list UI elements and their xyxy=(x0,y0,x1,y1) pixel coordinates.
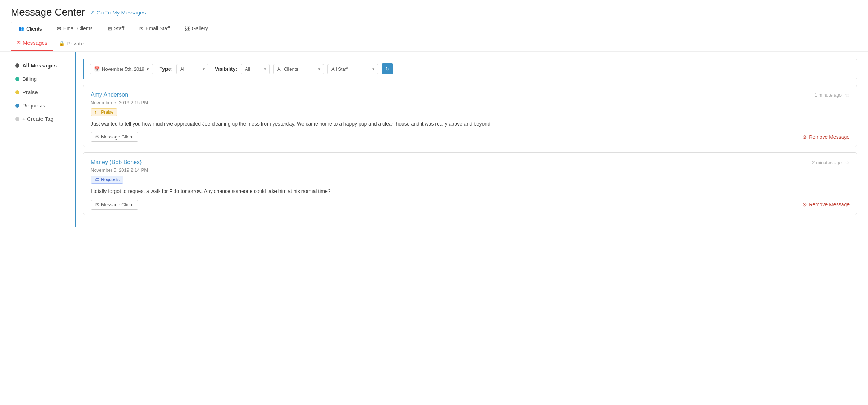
email-staff-icon: ✉ xyxy=(139,26,143,31)
message-card: Amy Anderson 1 minute ago ☆ November 5, … xyxy=(83,85,857,147)
clients-select-wrapper: All Clients xyxy=(273,64,324,74)
subtab-messages[interactable]: ✉ Messages xyxy=(11,35,53,51)
sidebar-item-billing[interactable]: Billing xyxy=(11,72,75,85)
message-card-header: Marley (Bob Bones) 2 minutes ago ☆ xyxy=(91,159,850,166)
message-card-header: Amy Anderson 1 minute ago ☆ xyxy=(91,92,850,98)
date-picker[interactable]: 📅 November 5th, 2019 ▾ xyxy=(90,64,153,74)
gallery-icon: 🖼 xyxy=(185,26,190,31)
message-body: Just wanted to tell you how much we appr… xyxy=(91,120,850,128)
tag-icon: 🏷 xyxy=(95,110,99,115)
main-layout: All Messages Billing Praise Requests + C… xyxy=(0,52,868,227)
tab-clients[interactable]: 👥 Clients xyxy=(11,22,49,35)
page-header: Message Center ↗ Go To My Messages xyxy=(0,0,868,22)
dot-praise xyxy=(15,90,19,94)
envelope-icon: ✉ xyxy=(95,202,99,207)
message-footer: ✉ Message Client ⊗ Remove Message xyxy=(91,132,850,142)
message-card: Marley (Bob Bones) 2 minutes ago ☆ Novem… xyxy=(83,152,857,215)
message-client-button[interactable]: ✉ Message Client xyxy=(91,132,138,142)
email-clients-icon: ✉ xyxy=(57,26,61,31)
remove-message-button[interactable]: ⊗ Remove Message xyxy=(802,201,850,208)
page-title: Message Center xyxy=(11,6,85,18)
message-tag[interactable]: 🏷 Requests xyxy=(91,176,123,184)
filter-bar: 📅 November 5th, 2019 ▾ Type: All Message… xyxy=(83,59,857,79)
tab-staff[interactable]: ⊞ Staff xyxy=(100,22,132,35)
staff-icon: ⊞ xyxy=(108,26,112,31)
goto-my-messages-link[interactable]: ↗ Go To My Messages xyxy=(91,9,146,16)
time-ago: 1 minute ago xyxy=(815,92,842,98)
sub-tabs: ✉ Messages 🔒 Private xyxy=(0,35,868,52)
visibility-select[interactable]: All Public Private xyxy=(241,64,270,74)
remove-message-button[interactable]: ⊗ Remove Message xyxy=(802,134,850,140)
message-time-star: 1 minute ago ☆ xyxy=(815,92,850,98)
sidebar-item-requests[interactable]: Requests xyxy=(11,99,75,112)
sidebar-item-praise[interactable]: Praise xyxy=(11,85,75,99)
clients-select[interactable]: All Clients xyxy=(273,64,324,74)
clients-icon: 👥 xyxy=(18,26,24,31)
tab-email-staff[interactable]: ✉ Email Staff xyxy=(132,22,177,35)
message-body: I totally forgot to request a walk for F… xyxy=(91,187,850,195)
dot-requests xyxy=(15,104,19,108)
sidebar-item-create-tag[interactable]: + Create Tag xyxy=(11,112,75,126)
refresh-icon: ↻ xyxy=(385,66,390,72)
message-tag[interactable]: 🏷 Praise xyxy=(91,108,117,116)
message-author[interactable]: Marley (Bob Bones) xyxy=(91,159,142,166)
tab-email-clients[interactable]: ✉ Email Clients xyxy=(49,22,100,35)
visibility-select-wrapper: All Public Private xyxy=(241,64,270,74)
envelope-icon: ✉ xyxy=(95,134,99,140)
remove-icon: ⊗ xyxy=(802,134,807,140)
sidebar-item-all-messages[interactable]: All Messages xyxy=(11,59,75,72)
message-time-star: 2 minutes ago ☆ xyxy=(812,159,850,166)
dot-billing xyxy=(15,77,19,81)
type-label: Type: xyxy=(160,66,173,72)
star-button[interactable]: ☆ xyxy=(845,159,850,166)
tag-icon: 🏷 xyxy=(95,177,99,182)
calendar-icon: 📅 xyxy=(94,66,100,72)
message-date: November 5, 2019 2:14 PM xyxy=(91,167,850,173)
type-select[interactable]: All Message Private xyxy=(176,64,208,74)
message-footer: ✉ Message Client ⊗ Remove Message xyxy=(91,200,850,210)
messages-icon: ✉ xyxy=(17,40,21,45)
remove-icon: ⊗ xyxy=(802,201,807,208)
refresh-button[interactable]: ↻ xyxy=(382,63,393,74)
message-client-button[interactable]: ✉ Message Client xyxy=(91,200,138,210)
sidebar: All Messages Billing Praise Requests + C… xyxy=(11,52,76,227)
message-author[interactable]: Amy Anderson xyxy=(91,92,128,98)
time-ago: 2 minutes ago xyxy=(812,160,842,165)
visibility-label: Visibility: xyxy=(215,66,237,72)
content-area: 📅 November 5th, 2019 ▾ Type: All Message… xyxy=(76,52,857,227)
lock-icon: 🔒 xyxy=(59,41,65,46)
star-button[interactable]: ☆ xyxy=(845,92,850,98)
message-date: November 5, 2019 2:15 PM xyxy=(91,100,850,105)
tab-gallery[interactable]: 🖼 Gallery xyxy=(177,22,215,35)
subtab-private[interactable]: 🔒 Private xyxy=(53,35,90,51)
staff-select-wrapper: All Staff xyxy=(327,64,378,74)
external-link-icon: ↗ xyxy=(91,10,95,15)
type-select-wrapper: All Message Private xyxy=(176,64,208,74)
chevron-down-icon: ▾ xyxy=(147,66,149,72)
dot-all-messages xyxy=(15,63,19,68)
dot-create-tag xyxy=(15,117,19,121)
top-tabs: 👥 Clients ✉ Email Clients ⊞ Staff ✉ Emai… xyxy=(0,22,868,35)
staff-select[interactable]: All Staff xyxy=(327,64,378,74)
